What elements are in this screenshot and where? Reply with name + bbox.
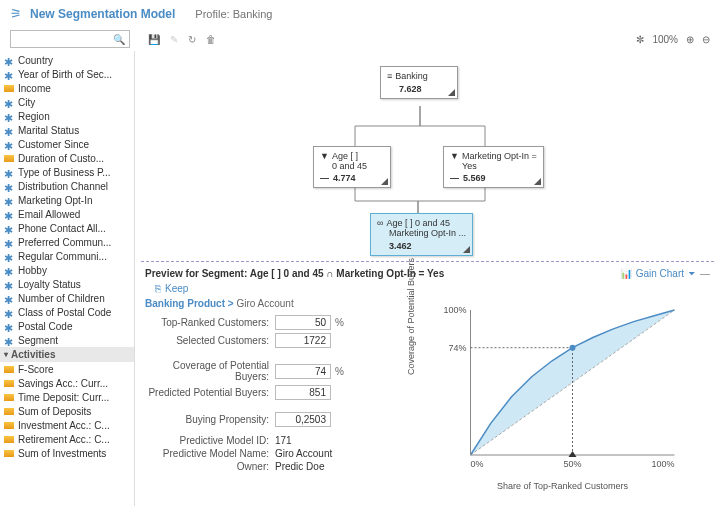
keep-icon: ⎘ [155, 283, 161, 294]
selected-input[interactable]: 1722 [275, 333, 331, 348]
preview-title: Preview for Segment: Age [ ] 0 and 45 ∩ … [145, 268, 444, 279]
svg-point-5 [570, 345, 576, 351]
gain-chart: Coverage of Potential Buyers 0%50%100%74… [415, 298, 710, 491]
tree-canvas[interactable]: ≡ Banking 7.628 ▼ Age [ ] 0 and 45 —4.77… [135, 51, 720, 261]
sidebar-item[interactable]: ✱Region [0, 109, 134, 123]
top-ranked-input[interactable]: 50 [275, 315, 331, 330]
svg-text:100%: 100% [443, 305, 466, 315]
sidebar-item[interactable]: Time Deposit: Curr... [0, 390, 134, 404]
tree-node-combined[interactable]: ∞ Age [ ] 0 and 45 Marketing Opt-In ... … [370, 213, 473, 256]
filter-icon: ▼ [450, 151, 459, 161]
measure-icon [4, 450, 14, 457]
tree-node-optin[interactable]: ▼ Marketing Opt-In = Yes —5.569 [443, 146, 544, 188]
attribute-icon: ✱ [4, 322, 14, 330]
attribute-icon: ✱ [4, 280, 14, 288]
sidebar-item[interactable]: Duration of Custo... [0, 151, 134, 165]
toolbar: 🔍 💾 ✎ ↻ 🗑 ✼ 100% ⊕ ⊖ [0, 27, 720, 51]
sidebar-item[interactable]: ✱Segment [0, 333, 134, 347]
sidebar-item[interactable]: Savings Acc.: Curr... [0, 376, 134, 390]
refresh-icon[interactable]: ↻ [188, 34, 196, 45]
attribute-icon: ✱ [4, 98, 14, 106]
sidebar[interactable]: ✱Country✱Year of Birth of Sec...Income✱C… [0, 51, 135, 506]
measure-icon [4, 85, 14, 92]
search-input-wrap[interactable]: 🔍 [10, 30, 130, 48]
zoom-level: 100% [652, 34, 678, 45]
sidebar-item[interactable]: ✱Postal Code [0, 319, 134, 333]
attribute-icon: ✱ [4, 168, 14, 176]
sidebar-item[interactable]: Sum of Investments [0, 446, 134, 460]
attribute-icon: ✱ [4, 224, 14, 232]
keep-button[interactable]: ⎘Keep [145, 279, 710, 298]
svg-text:50%: 50% [563, 459, 581, 469]
save-icon[interactable]: 💾 [148, 34, 160, 45]
chevron-down-icon: ⏷ [688, 269, 696, 278]
page-title: New Segmentation Model [30, 7, 175, 21]
sidebar-item[interactable]: ✱Marketing Opt-In [0, 193, 134, 207]
measure-icon [4, 366, 14, 373]
sidebar-item[interactable]: ✱Phone Contact All... [0, 221, 134, 235]
sidebar-item[interactable]: ✱Marital Status [0, 123, 134, 137]
chart-icon: 📊 [620, 268, 632, 279]
sidebar-item[interactable]: ✱Type of Business P... [0, 165, 134, 179]
sidebar-item[interactable]: ✱Regular Communi... [0, 249, 134, 263]
attribute-icon: ✱ [4, 182, 14, 190]
svg-text:0%: 0% [471, 459, 484, 469]
zoom-out-icon[interactable]: ⊖ [702, 34, 710, 45]
sidebar-item[interactable]: ✱Preferred Commun... [0, 235, 134, 249]
attribute-icon: ✱ [4, 238, 14, 246]
measure-icon [4, 422, 14, 429]
db-icon: ≡ [387, 71, 392, 81]
attribute-icon: ✱ [4, 336, 14, 344]
attribute-icon: ✱ [4, 266, 14, 274]
predicted-input[interactable]: 851 [275, 385, 331, 400]
sidebar-item[interactable]: F-Score [0, 362, 134, 376]
profile-label: Profile: Banking [195, 8, 272, 20]
breadcrumb[interactable]: Banking Product > Giro Account [145, 298, 405, 309]
search-icon[interactable]: 🔍 [113, 34, 125, 45]
edit-icon[interactable]: ✎ [170, 34, 178, 45]
tree-node-root[interactable]: ≡ Banking 7.628 [380, 66, 458, 99]
preview-panel: Preview for Segment: Age [ ] 0 and 45 ∩ … [135, 262, 720, 506]
coverage-input[interactable]: 74 [275, 364, 331, 379]
measure-icon [4, 155, 14, 162]
sidebar-item[interactable]: Investment Acc.: C... [0, 418, 134, 432]
measure-icon [4, 380, 14, 387]
gain-chart-link[interactable]: 📊Gain Chart ⏷ — [620, 268, 710, 279]
zoom-in-icon[interactable]: ⊕ [686, 34, 694, 45]
filter-icon: ▼ [320, 151, 329, 161]
measure-icon [4, 408, 14, 415]
sidebar-item[interactable]: ✱Loyalty Status [0, 277, 134, 291]
sidebar-item[interactable]: Sum of Deposits [0, 404, 134, 418]
sidebar-item[interactable]: ✱Hobby [0, 263, 134, 277]
tree-node-age[interactable]: ▼ Age [ ] 0 and 45 —4.774 [313, 146, 391, 188]
sidebar-group[interactable]: Activities [0, 347, 134, 362]
sidebar-item[interactable]: ✱Country [0, 53, 134, 67]
sidebar-item[interactable]: ✱Number of Children [0, 291, 134, 305]
sidebar-item[interactable]: ✱Email Allowed [0, 207, 134, 221]
attribute-icon: ✱ [4, 140, 14, 148]
sidebar-item[interactable]: ✱Class of Postal Code [0, 305, 134, 319]
attribute-icon: ✱ [4, 252, 14, 260]
attribute-icon: ✱ [4, 294, 14, 302]
model-icon: ⚞ [10, 6, 22, 21]
delete-icon[interactable]: 🗑 [206, 34, 216, 45]
link-icon: ∞ [377, 218, 383, 228]
sidebar-item[interactable]: Retirement Acc.: C... [0, 432, 134, 446]
attribute-icon: ✱ [4, 56, 14, 64]
attribute-icon: ✱ [4, 70, 14, 78]
attribute-icon: ✱ [4, 210, 14, 218]
sidebar-item[interactable]: Income [0, 81, 134, 95]
sidebar-item[interactable]: ✱Customer Since [0, 137, 134, 151]
svg-text:100%: 100% [651, 459, 674, 469]
settings-icon[interactable]: ✼ [636, 34, 644, 45]
attribute-icon: ✱ [4, 126, 14, 134]
sidebar-item[interactable]: ✱Year of Birth of Sec... [0, 67, 134, 81]
attribute-icon: ✱ [4, 308, 14, 316]
svg-text:74%: 74% [448, 343, 466, 353]
measure-icon [4, 394, 14, 401]
sidebar-item[interactable]: ✱Distribution Channel [0, 179, 134, 193]
attribute-icon: ✱ [4, 196, 14, 204]
sidebar-item[interactable]: ✱City [0, 95, 134, 109]
propensity-input[interactable]: 0,2503 [275, 412, 331, 427]
search-input[interactable] [15, 34, 113, 45]
